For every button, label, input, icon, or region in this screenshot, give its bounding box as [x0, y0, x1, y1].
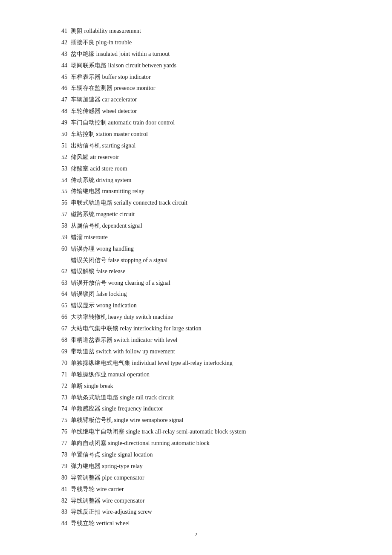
entry-chinese: 插接不良 — [71, 39, 95, 46]
list-item: 79弹力继电器 spring-type relay — [55, 461, 337, 472]
entry-content: 传动系统 driving system — [71, 177, 131, 183]
entry-content: 带柄道岔表示器 switch indicator with level — [71, 337, 177, 343]
entry-number: 57 — [55, 209, 67, 220]
entry-content: 单独操纵作业 manual operation — [71, 371, 150, 378]
entry-content: 磁路系统 magnetic circuit — [71, 211, 135, 217]
entry-number: 55 — [55, 186, 67, 197]
entry-content: 单向自动闭塞 single-directional running automa… — [71, 440, 210, 446]
entry-content: 单置信号点 single signal location — [71, 451, 153, 458]
list-item: 64错误锁闭 false locking — [55, 289, 337, 300]
entry-english: vertical wheel — [96, 520, 130, 526]
entry-content: 导线调整器 wire compensator — [71, 497, 144, 504]
entry-number: 74 — [55, 403, 67, 414]
entry-chinese: 传动系统 — [71, 177, 95, 183]
entry-english: wire carrier — [96, 486, 124, 492]
entry-chinese: 场间联系电路 — [71, 62, 107, 69]
entry-chinese: 单线臂板信号机 — [71, 417, 112, 423]
list-item: 75单线臂板信号机 single wire semaphore signal — [55, 415, 337, 426]
entry-chinese: 导线反正扣 — [71, 509, 101, 515]
entry-chinese: 串联式轨道电路 — [71, 199, 112, 206]
entry-english: wrong handling — [96, 246, 134, 252]
entry-content: 传输继电器 transmitting relay — [71, 188, 144, 194]
list-item: 81导线导轮 wire carrier — [55, 484, 337, 495]
entry-content: 车辆加速器 car accelerator — [71, 96, 137, 103]
entry-chinese: 岔中绝缘 — [71, 51, 95, 57]
entry-english: false release — [96, 268, 126, 275]
entry-content: 大站电气集中联锁 relay interlocking for large st… — [71, 325, 202, 332]
entry-english: pipe compensator — [102, 474, 144, 481]
entry-number: 46 — [55, 83, 67, 94]
entry-content: 场间联系电路 liaison circuit between yards — [71, 62, 176, 69]
entry-number: 72 — [55, 381, 67, 392]
entry-chinese: 弹力继电器 — [71, 463, 101, 469]
entry-chinese: 储风罐 — [71, 154, 89, 160]
entry-english: single break — [84, 383, 113, 389]
entry-english: spring-type relay — [102, 463, 143, 469]
entry-chinese: 导管调整器 — [71, 474, 101, 481]
entry-chinese: 出站信号机 — [71, 142, 101, 149]
entry-english: single track all-relay semi-automatic bl… — [126, 428, 246, 435]
entry-chinese: 导线调整器 — [71, 497, 101, 504]
entry-chinese: 带动道岔 — [71, 348, 95, 355]
list-item: 错误关闭信号 false stopping of a signal — [71, 255, 337, 266]
entry-english: single signal location — [102, 451, 153, 458]
entry-english: buffer stop indicator — [102, 74, 151, 80]
entry-number: 45 — [55, 72, 67, 83]
entry-number: 50 — [55, 129, 67, 140]
entry-number: 64 — [55, 289, 67, 300]
entry-chinese: 车门自动控制 — [71, 119, 107, 126]
entry-content: 岔中绝缘 insulated joint within a turnout — [71, 51, 170, 57]
entry-english: relay interlocking for large station — [120, 325, 202, 332]
entry-english: rollability measurement — [84, 28, 141, 34]
entry-number: 60 — [55, 243, 67, 254]
entry-number: 79 — [55, 461, 67, 472]
list-item: 72单断 single break — [55, 381, 337, 392]
entry-content: 错溜 miseroute — [71, 234, 108, 240]
entry-english: magnetic circuit — [96, 211, 135, 217]
entry-number: 63 — [55, 278, 67, 289]
entry-number: 44 — [55, 60, 67, 71]
entry-english: insulated joint within a turnout — [96, 51, 170, 57]
list-item: 50车站控制 station master control — [55, 129, 337, 140]
entry-number: 76 — [55, 426, 67, 437]
entry-number: 59 — [55, 232, 67, 243]
entry-english: driving system — [96, 177, 132, 183]
entry-content: 错误锁闭 false locking — [71, 291, 127, 297]
entry-chinese: 车档表示器 — [71, 74, 101, 80]
entry-english: individual level type all-relay interloc… — [132, 360, 233, 366]
entry-content: 车门自动控制 automatic train door control — [71, 119, 175, 126]
entry-chinese: 大站电气集中联锁 — [71, 325, 118, 332]
entry-content: 导线导轮 wire carrier — [71, 486, 124, 492]
list-item: 46车辆存在监测器 presence monitor — [55, 83, 337, 94]
entry-content: 错误开放信号 wrong clearing of a signal — [71, 280, 170, 286]
list-item: 41测阻 rollability measurement — [55, 26, 337, 37]
entry-english: heavy duty switch machine — [108, 314, 173, 320]
entry-number: 68 — [55, 335, 67, 346]
entry-number: 80 — [55, 472, 67, 483]
list-item: 49车门自动控制 automatic train door control — [55, 117, 337, 128]
entry-chinese: 错溜 — [71, 234, 83, 240]
list-item: 70单独操纵继电式电气集 individual level type all-r… — [55, 358, 337, 369]
list-item: 58从属信号机 dependent signal — [55, 220, 337, 231]
list-item: 53储酸室 acid store room — [55, 163, 337, 174]
list-item: 76单线继电半自动闭塞 single track all-relay semi-… — [55, 426, 337, 437]
entry-content: 带动道岔 switch with follow up movement — [71, 348, 175, 355]
list-item: 47车辆加速器 car accelerator — [55, 94, 337, 105]
entry-english: air reservoir — [90, 154, 119, 160]
entry-number: 51 — [55, 140, 67, 151]
list-item: 55传输继电器 transmitting relay — [55, 186, 337, 197]
entries-list: 41测阻 rollability measurement42插接不良 plug-… — [55, 26, 337, 529]
list-item: 57磁路系统 magnetic circuit — [55, 209, 337, 220]
list-item: 51出站信号机 starting signal — [55, 140, 337, 151]
entry-chinese: 错误关闭信号 — [71, 257, 107, 263]
entry-number: 41 — [55, 26, 67, 37]
entry-chinese: 从属信号机 — [71, 223, 101, 229]
entry-english: miseroute — [84, 234, 108, 240]
entry-number: 62 — [55, 266, 67, 277]
entry-content: 大功率转辙机 heavy duty switch machine — [71, 314, 173, 320]
entry-content: 车档表示器 buffer stop indicator — [71, 74, 151, 80]
entry-chinese: 错误解锁 — [71, 268, 95, 275]
entry-english: single-directional running automatic blo… — [108, 440, 210, 446]
entry-number: 58 — [55, 220, 67, 231]
list-item: 62错误解锁 false release — [55, 266, 337, 277]
